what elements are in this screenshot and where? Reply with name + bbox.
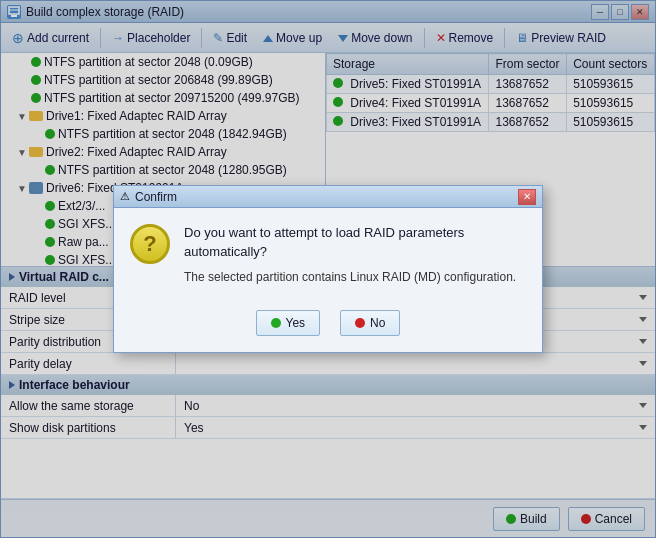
confirm-main-text: Do you want to attempt to load RAID para… — [184, 224, 526, 260]
confirm-sub-text: The selected partition contains Linux RA… — [184, 269, 526, 286]
confirm-close-button[interactable]: ✕ — [518, 189, 536, 205]
confirm-title-bar: ⚠ Confirm ✕ — [114, 186, 542, 208]
confirm-question-icon: ? — [130, 224, 170, 264]
confirm-dialog-icon: ⚠ — [120, 190, 130, 203]
confirm-text-area: Do you want to attempt to load RAID para… — [184, 224, 526, 285]
confirm-buttons: Yes No — [114, 302, 542, 352]
confirm-yes-button[interactable]: Yes — [256, 310, 321, 336]
confirm-no-button[interactable]: No — [340, 310, 400, 336]
confirm-dialog-title: Confirm — [135, 190, 177, 204]
yes-icon — [271, 318, 281, 328]
no-icon — [355, 318, 365, 328]
modal-overlay: ⚠ Confirm ✕ ? Do you want to attempt to … — [0, 0, 656, 538]
confirm-dialog: ⚠ Confirm ✕ ? Do you want to attempt to … — [113, 185, 543, 352]
confirm-dialog-body: ? Do you want to attempt to load RAID pa… — [114, 208, 542, 301]
